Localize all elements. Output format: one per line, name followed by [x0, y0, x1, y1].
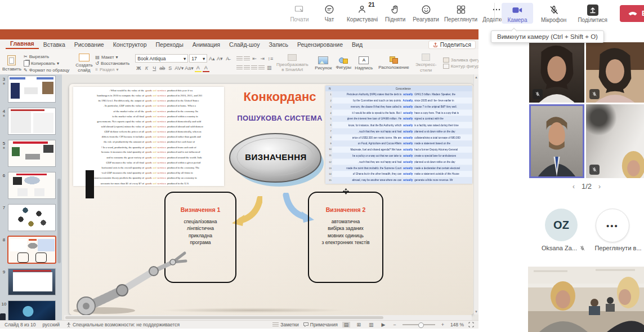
- align-center-icon[interactable]: [244, 65, 250, 70]
- numbering-icon[interactable]: [244, 56, 250, 61]
- vertical-scrollbar[interactable]: ▲▼: [473, 74, 478, 315]
- quick-styles-button[interactable]: Экспресс-стили: [412, 54, 441, 72]
- horizontal-scrollbar[interactable]: [64, 315, 472, 320]
- ribbon-tab[interactable]: Анимация: [188, 40, 225, 49]
- ribbon-tab[interactable]: Запись: [264, 40, 292, 49]
- new-slide-button[interactable]: Создать слайд: [75, 54, 93, 73]
- slide-sorter-button[interactable]: ⊞: [355, 322, 363, 327]
- slide-thumbnail[interactable]: [8, 108, 56, 135]
- normal-view-button[interactable]: ▤: [342, 322, 351, 327]
- ppt-share-button[interactable]: Поделиться: [428, 41, 476, 49]
- cut-button[interactable]: ✂Вырезать: [24, 54, 69, 59]
- picture-button[interactable]: Рисунок: [314, 56, 332, 70]
- text-shadow-button[interactable]: S: [167, 65, 173, 72]
- slide-thumbnail[interactable]: [8, 268, 56, 295]
- participants-button[interactable]: 21 Користувачі: [347, 3, 378, 23]
- notes-button[interactable]: Заметки: [272, 322, 299, 327]
- kw-goods: goods: [145, 104, 153, 109]
- zoom-slider-knob[interactable]: [418, 322, 424, 328]
- thumbnail-scrollbar[interactable]: [57, 179, 61, 263]
- ribbon-tab[interactable]: Конструктор: [109, 40, 151, 49]
- italic-button[interactable]: К: [143, 65, 150, 72]
- raise-hand-button[interactable]: Підняти: [383, 3, 408, 23]
- camera-button[interactable]: Камера: [502, 3, 533, 24]
- char-spacing-button[interactable]: AV▾: [175, 65, 184, 72]
- font-size-select[interactable]: 17▾: [189, 54, 207, 63]
- leave-button[interactable]: Вийти: [620, 5, 644, 22]
- highlight-button[interactable]: А: [195, 64, 202, 72]
- avatar-oz[interactable]: OZ: [545, 209, 578, 241]
- mic-button[interactable]: Мікрофон: [538, 3, 570, 24]
- slide-thumbnail[interactable]: [8, 236, 56, 263]
- thumbnail-row: 9: [0, 268, 62, 295]
- video-tile-2[interactable]: [586, 42, 644, 103]
- next-page-icon[interactable]: ›: [598, 183, 601, 191]
- start-button[interactable]: Почати: [287, 3, 312, 23]
- reset-button[interactable]: ↺Восстановить: [95, 61, 129, 66]
- slide-thumbnail[interactable]: [8, 172, 56, 199]
- fit-to-window-icon[interactable]: [468, 322, 474, 327]
- indent-increase-button[interactable]: ⇥: [259, 55, 266, 62]
- shapes-button[interactable]: Фигуры: [334, 57, 352, 70]
- line-spacing-button[interactable]: ↕≡: [267, 55, 274, 62]
- font-color-button[interactable]: А: [203, 64, 209, 72]
- align-right-icon[interactable]: [251, 65, 257, 70]
- reading-view-button[interactable]: ▥: [367, 322, 375, 327]
- view-button[interactable]: Переглянути: [444, 3, 477, 23]
- bold-button[interactable]: Ж: [135, 65, 142, 72]
- share-tray-button[interactable]: Поділитися: [574, 3, 611, 24]
- comments-button[interactable]: Примечания: [303, 322, 338, 327]
- zoom-out-button[interactable]: −: [391, 322, 397, 327]
- indent-decrease-button[interactable]: ⇤: [251, 55, 258, 62]
- columns-button[interactable]: ▥: [266, 64, 272, 71]
- ribbon-tab[interactable]: Рисование: [70, 40, 109, 49]
- slideshow-button[interactable]: ▶: [379, 322, 387, 327]
- scrollbar-thumb[interactable]: [65, 316, 383, 319]
- video-tile-1[interactable]: [529, 42, 584, 103]
- kw-and: and: [152, 109, 156, 114]
- react-button[interactable]: Реагувати: [413, 3, 439, 23]
- textbox-button[interactable]: AНадпись: [355, 56, 373, 70]
- prev-page-icon[interactable]: ‹: [573, 183, 575, 191]
- video-tile-bottom[interactable]: [528, 267, 644, 332]
- zoom-level[interactable]: 148 %: [450, 322, 464, 327]
- shrink-font-button[interactable]: A▾: [216, 55, 223, 62]
- current-slide[interactable]: : What would be the value of thegoodsand…: [69, 84, 473, 315]
- slide-thumbnail[interactable]: [8, 140, 56, 167]
- grow-font-button[interactable]: A▴: [208, 55, 215, 62]
- ribbon-tab[interactable]: Переходы: [151, 40, 188, 49]
- shape-outline-button[interactable]: Контур фигуры ▾: [443, 64, 478, 69]
- format-painter-button[interactable]: ✎Формат по образцу: [24, 68, 69, 73]
- slide-thumbnail[interactable]: ДЯКУЮ ЗА УВАГУ!: [8, 300, 56, 320]
- copy-button[interactable]: Копировать ▾: [24, 60, 69, 67]
- align-left-icon[interactable]: [236, 65, 243, 70]
- avatar-overflow[interactable]: •••: [596, 209, 629, 242]
- zoom-slider[interactable]: [402, 324, 435, 325]
- strikethrough-button[interactable]: ab: [159, 65, 166, 72]
- ribbon-tab[interactable]: Вставка: [39, 40, 70, 49]
- underline-button[interactable]: Ч: [151, 65, 158, 72]
- slide-thumbnail[interactable]: [8, 76, 56, 103]
- shape-fill-button[interactable]: Заливка фигуры ▾: [443, 57, 478, 63]
- language-indicator[interactable]: русский: [42, 322, 60, 327]
- section-button[interactable]: ≡Раздел ▾: [95, 67, 129, 72]
- bullets-icon[interactable]: [236, 56, 243, 61]
- change-case-button[interactable]: Аа▾: [185, 65, 194, 72]
- video-tile-4[interactable]: [586, 104, 644, 178]
- ribbon-tab[interactable]: Слайд-шоу: [225, 40, 264, 49]
- paste-button[interactable]: Вставить: [2, 55, 21, 72]
- font-name-select[interactable]: Book Antiqua▾: [135, 54, 188, 63]
- accessibility-status[interactable]: Специальные возможности: не поддерживает…: [66, 322, 180, 327]
- ribbon-tab[interactable]: Главная: [6, 39, 39, 49]
- ribbon-tab[interactable]: Рецензирование: [293, 40, 347, 49]
- zoom-in-button[interactable]: +: [440, 322, 446, 327]
- slide-thumbnail[interactable]: [8, 204, 56, 231]
- smartart-button[interactable]: Преобразовать в SmartArt: [276, 54, 308, 72]
- clear-format-button[interactable]: A̶: [224, 55, 231, 62]
- arrange-button[interactable]: Расположение: [378, 56, 409, 70]
- chat-button[interactable]: Чат: [317, 3, 342, 23]
- video-tile-3-speaking[interactable]: [529, 104, 584, 178]
- ribbon-tab[interactable]: Вид: [347, 40, 367, 49]
- layout-button[interactable]: ▤Макет ▾: [95, 55, 129, 60]
- justify-icon[interactable]: [258, 65, 265, 70]
